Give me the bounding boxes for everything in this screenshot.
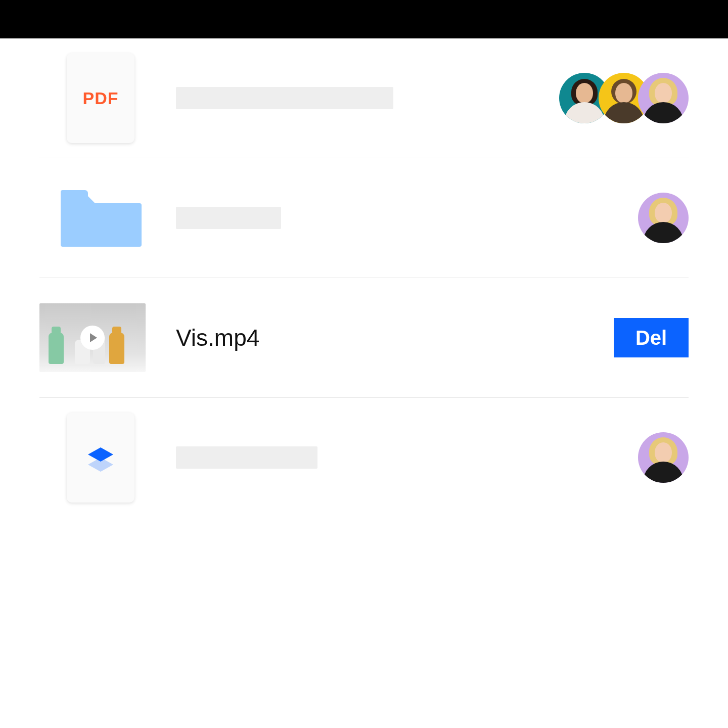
file-name-cell bbox=[146, 446, 517, 469]
file-row[interactable]: PDF bbox=[39, 38, 689, 158]
file-row[interactable] bbox=[39, 158, 689, 278]
avatar[interactable] bbox=[638, 73, 689, 123]
file-name-cell bbox=[146, 207, 517, 229]
avatar[interactable] bbox=[638, 432, 689, 483]
file-name-placeholder bbox=[176, 446, 317, 469]
paper-icon bbox=[67, 413, 134, 503]
row-right bbox=[517, 432, 689, 483]
file-thumbnail bbox=[39, 303, 146, 372]
svg-marker-1 bbox=[88, 458, 113, 472]
file-row[interactable]: Vis.mp4 Del bbox=[39, 278, 689, 398]
video-thumbnail bbox=[39, 303, 146, 372]
play-icon bbox=[80, 326, 105, 350]
file-name-placeholder bbox=[176, 87, 393, 109]
row-right bbox=[517, 73, 689, 123]
folder-icon bbox=[61, 187, 142, 249]
file-name-cell: Vis.mp4 bbox=[146, 324, 517, 351]
file-list: PDF bbox=[0, 38, 728, 517]
window-titlebar bbox=[0, 0, 728, 38]
file-name: Vis.mp4 bbox=[176, 325, 259, 351]
pdf-badge-text: PDF bbox=[83, 88, 119, 108]
file-name-placeholder bbox=[176, 207, 281, 229]
share-button[interactable]: Del bbox=[614, 318, 689, 357]
file-thumbnail bbox=[39, 413, 146, 503]
file-thumbnail bbox=[39, 187, 146, 249]
file-name-cell bbox=[146, 87, 517, 109]
avatar[interactable] bbox=[638, 193, 689, 243]
collaborator-avatars[interactable] bbox=[638, 193, 689, 243]
collaborator-avatars[interactable] bbox=[638, 432, 689, 483]
share-button-label: Del bbox=[635, 327, 667, 349]
pdf-icon: PDF bbox=[67, 53, 134, 143]
file-thumbnail: PDF bbox=[39, 53, 146, 143]
file-row[interactable] bbox=[39, 398, 689, 517]
row-right bbox=[517, 193, 689, 243]
collaborator-avatars[interactable] bbox=[559, 73, 689, 123]
row-right: Del bbox=[517, 318, 689, 357]
